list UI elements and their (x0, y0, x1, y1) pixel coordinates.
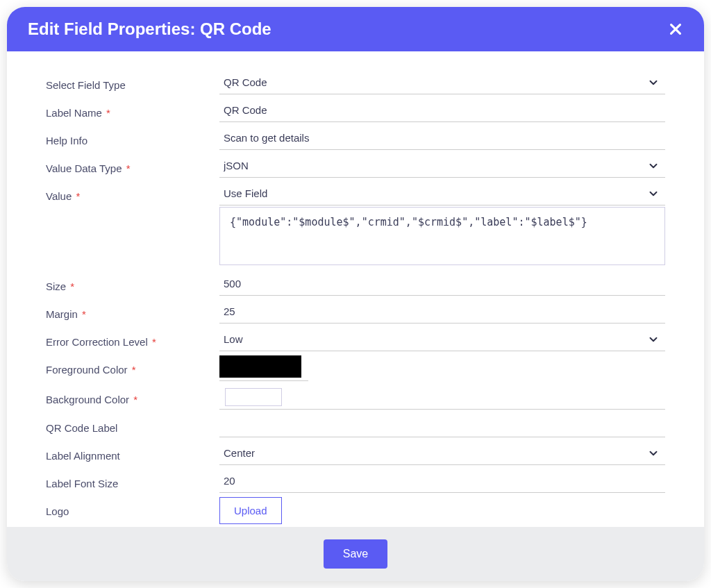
row-value-data-type: Value Data Type * (46, 154, 665, 178)
input-label-font-size[interactable] (219, 469, 665, 493)
save-button[interactable]: Save (324, 539, 387, 569)
select-label-align[interactable] (219, 442, 665, 465)
modal-title: Edit Field Properties: QR Code (28, 19, 271, 39)
row-label-font-size: Label Font Size (46, 469, 665, 493)
label-logo: Logo (46, 497, 219, 517)
row-qr-label: QR Code Label (46, 414, 665, 437)
input-size[interactable] (219, 272, 665, 296)
upload-button[interactable]: Upload (219, 497, 282, 524)
label-ecl: Error Correction Level * (46, 328, 219, 348)
modal-body: Select Field Type Label Name * Help Info (7, 51, 704, 527)
textarea-value[interactable] (219, 207, 665, 265)
color-picker-foreground[interactable] (219, 355, 301, 378)
row-margin: Margin * (46, 300, 665, 324)
row-logo: Logo Upload (46, 497, 665, 524)
edit-field-modal: Edit Field Properties: QR Code Select Fi… (7, 7, 704, 581)
select-ecl[interactable] (219, 328, 665, 351)
row-ecl: Error Correction Level * (46, 328, 665, 351)
select-field-type[interactable] (219, 71, 665, 94)
label-value-data-type: Value Data Type * (46, 154, 219, 174)
close-icon (668, 22, 683, 37)
row-value: Value * (46, 182, 665, 268)
modal-footer: Save (7, 527, 704, 581)
input-label-name[interactable] (219, 99, 665, 122)
row-size: Size * (46, 272, 665, 296)
label-label-name: Label Name * (46, 99, 219, 119)
input-qr-label[interactable] (219, 414, 665, 437)
label-label-font-size: Label Font Size (46, 469, 219, 489)
label-size: Size * (46, 272, 219, 292)
color-picker-background[interactable] (225, 388, 282, 406)
input-help-info[interactable] (219, 126, 665, 150)
select-value-data-type[interactable] (219, 154, 665, 178)
label-help-info: Help Info (46, 126, 219, 146)
select-value-mode[interactable] (219, 182, 665, 205)
row-label-name: Label Name * (46, 99, 665, 122)
row-label-align: Label Alignment (46, 442, 665, 465)
label-value: Value * (46, 182, 219, 202)
label-fg-color: Foreground Color * (46, 355, 219, 376)
close-button[interactable] (668, 22, 683, 37)
row-field-type: Select Field Type (46, 71, 665, 94)
row-help-info: Help Info (46, 126, 665, 150)
label-margin: Margin * (46, 300, 219, 320)
label-field-type: Select Field Type (46, 71, 219, 91)
label-label-align: Label Alignment (46, 442, 219, 462)
label-qr-label: QR Code Label (46, 414, 219, 434)
modal-header: Edit Field Properties: QR Code (7, 7, 704, 51)
row-fg-color: Foreground Color * (46, 355, 665, 381)
input-margin[interactable] (219, 300, 665, 324)
label-bg-color: Background Color * (46, 385, 219, 405)
row-bg-color: Background Color * (46, 385, 665, 410)
